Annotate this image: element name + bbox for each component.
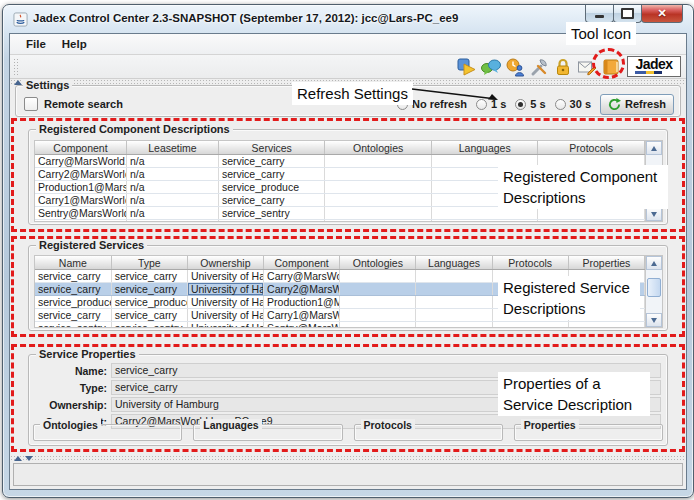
menu-help[interactable]: Help	[54, 38, 95, 50]
subgroup-title: Languages	[200, 419, 261, 431]
maximize-icon	[621, 8, 634, 19]
split-divider-bottom[interactable]	[10, 455, 686, 461]
column-header[interactable]: Ownership	[187, 256, 263, 270]
annotation-circle	[592, 48, 625, 79]
minimize-icon	[595, 15, 604, 18]
close-button[interactable]: ✕	[641, 5, 683, 23]
subgroup-languages: Languages	[193, 424, 342, 441]
column-header[interactable]: Ontologies	[340, 256, 416, 270]
toolbar: Jadex	[10, 55, 686, 79]
subgroup-properties: Properties	[514, 424, 663, 441]
subgroup-title: Ontologies	[40, 419, 101, 431]
column-header[interactable]: Languages	[416, 256, 492, 270]
column-header[interactable]: Properties	[568, 256, 644, 270]
radio-icon	[515, 99, 526, 110]
scroll-up-button[interactable]	[646, 141, 662, 155]
column-header[interactable]: Protocols	[492, 256, 568, 270]
minimize-button[interactable]	[585, 5, 614, 23]
radio-icon	[555, 99, 566, 110]
column-header[interactable]: Protocols	[538, 141, 645, 155]
subgroup-ontologies: Ontologies	[33, 424, 182, 441]
scroll-down-icon	[651, 318, 657, 323]
field-label: Name:	[35, 365, 107, 377]
jadex-logo[interactable]: Jadex	[627, 56, 681, 77]
annotation-refresh-settings: Refresh Settings	[292, 82, 413, 105]
collapse-down-icon[interactable]	[25, 456, 33, 461]
starter-icon[interactable]	[456, 56, 478, 78]
menu-file[interactable]: File	[18, 38, 54, 50]
table-row[interactable]: service_sentryservice_sentryUniversity o…	[35, 322, 645, 328]
awareness-icon[interactable]	[504, 56, 526, 78]
scroll-down-icon	[651, 212, 657, 217]
java-app-icon	[13, 12, 28, 27]
column-header[interactable]: Ontologies	[325, 141, 432, 155]
annotation-properties-description: Properties of a Service Description	[498, 372, 650, 416]
table-row[interactable]: Production2@MarsWo...n/aservice_produce	[35, 220, 645, 222]
column-header[interactable]: Leasetime	[126, 141, 218, 155]
column-header[interactable]: Component	[264, 256, 340, 270]
security-icon[interactable]	[552, 56, 574, 78]
components-header-row: ComponentLeasetimeServicesOntologiesLang…	[35, 141, 645, 155]
collapse-up-icon[interactable]	[14, 80, 22, 85]
remote-search-checkbox[interactable]	[24, 97, 38, 111]
components-group-title: Registered Component Descriptions	[36, 123, 233, 136]
refresh-button[interactable]: Refresh	[600, 94, 674, 115]
annotation-tool-icon: Tool Icon	[566, 22, 636, 45]
conversation-icon[interactable]	[480, 56, 502, 78]
radio-label: 5 s	[530, 98, 545, 110]
sub-groups: OntologiesLanguagesProtocolsProperties	[33, 424, 663, 441]
app-window: Jadex Control Center 2.3-SNAPSHOT (Septe…	[2, 4, 694, 498]
refresh-button-label: Refresh	[625, 98, 666, 110]
refresh-icon	[608, 98, 621, 111]
remote-search-label: Remote search	[44, 98, 123, 110]
field-label: Type:	[35, 382, 107, 394]
screenshot-stage: Jadex Control Center 2.3-SNAPSHOT (Septe…	[0, 0, 694, 500]
annotation-arrow	[410, 84, 506, 104]
console-panel	[13, 463, 683, 486]
scroll-up-icon	[651, 261, 657, 266]
wrench-icon[interactable]	[528, 56, 550, 78]
scroll-down-button[interactable]	[646, 313, 662, 327]
collapse-up-icon[interactable]	[14, 456, 22, 461]
column-header[interactable]: Type	[111, 256, 187, 270]
toolbar-drag-handle[interactable]	[13, 58, 20, 76]
subgroup-protocols: Protocols	[354, 424, 503, 441]
annotation-service-descriptions: Registered Service Descriptions	[498, 276, 640, 320]
radio-5-s[interactable]: 5 s	[515, 98, 545, 110]
jadex-logo-stripes	[635, 71, 662, 74]
vertical-scrollbar[interactable]	[645, 256, 662, 327]
column-header[interactable]: Component	[35, 141, 126, 155]
settings-title: Settings	[23, 79, 72, 92]
subgroup-title: Protocols	[361, 419, 415, 431]
jadex-logo-text: Jadex	[635, 57, 672, 72]
scrollbar-thumb[interactable]	[647, 278, 661, 297]
scroll-up-button[interactable]	[646, 256, 662, 270]
scroll-down-button[interactable]	[646, 207, 662, 221]
radio-label: 30 s	[570, 98, 591, 110]
subgroup-title: Properties	[521, 419, 579, 431]
service-properties-title: Service Properties	[36, 348, 139, 361]
close-icon: ✕	[657, 8, 666, 19]
column-header[interactable]: Name	[35, 256, 111, 270]
window-controls: ✕	[586, 5, 683, 23]
radio-30-s[interactable]: 30 s	[555, 98, 591, 110]
annotation-component-descriptions: Registered Component Descriptions	[498, 165, 668, 209]
scroll-up-icon	[651, 146, 657, 151]
services-group-title: Registered Services	[36, 239, 147, 252]
column-header[interactable]: Services	[218, 141, 325, 155]
maximize-button[interactable]	[613, 5, 642, 23]
window-title: Jadex Control Center 2.3-SNAPSHOT (Septe…	[33, 12, 458, 24]
column-header[interactable]: Languages	[431, 141, 538, 155]
field-label: Ownership:	[35, 399, 107, 411]
services-header-row: NameTypeOwnershipComponentOntologiesLang…	[35, 256, 645, 270]
